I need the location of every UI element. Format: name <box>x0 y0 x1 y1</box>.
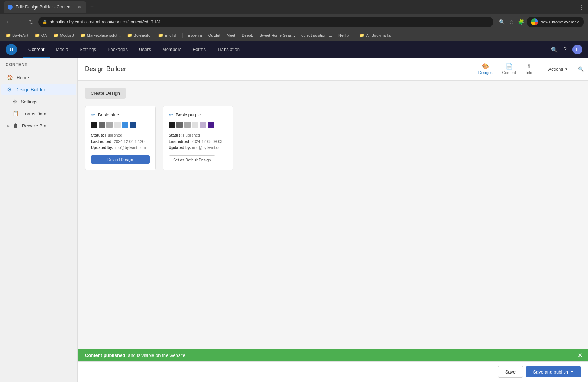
design-card-header: ✏ Basic blue <box>91 112 150 117</box>
actions-label: Actions <box>548 66 563 72</box>
sidebar-item-recycle-bin[interactable]: ▶ 🗑 Recycle Bin <box>1 120 76 131</box>
user-avatar[interactable]: E <box>572 45 582 54</box>
save-publish-label: Save and publish <box>533 369 568 375</box>
bookmark-modus8[interactable]: 📁 Modus8 <box>51 31 77 40</box>
nav-item-label: Translation <box>217 47 240 52</box>
design-name: Basic blue <box>98 112 119 117</box>
url-text: pb.builder.byteant.com/umbraco#/content/… <box>50 19 489 24</box>
recycle-bin-icon: 🗑 <box>13 123 18 128</box>
save-button[interactable]: Save <box>498 366 523 378</box>
sidebar-item-forms-data[interactable]: 📋 Forms Data <box>1 108 76 119</box>
nav-item-media[interactable]: Media <box>50 41 74 58</box>
sidebar: Content 🏠 Home ⚙ Design Builder ⚙ Settin… <box>0 58 78 382</box>
bookmark-all[interactable]: 📁 All Bookmarks <box>356 31 394 40</box>
folder-icon: 📁 <box>359 33 365 38</box>
bookmark-icon[interactable]: ☆ <box>509 19 514 25</box>
bookmark-object-position[interactable]: object-position -... <box>298 31 335 40</box>
browser-extend-button[interactable]: ⋮ <box>579 4 584 11</box>
bookmark-evgenia[interactable]: Evgenia <box>185 31 205 40</box>
forward-button[interactable]: → <box>16 19 24 25</box>
app-logo[interactable]: U <box>6 44 17 55</box>
bookmark-label: QA <box>41 33 47 37</box>
bookmark-netflix[interactable]: Netflix <box>336 31 352 40</box>
bookmark-quizlet[interactable]: Quizlet <box>205 31 223 40</box>
new-tab-button[interactable]: + <box>90 4 94 11</box>
tab-info[interactable]: ℹ Info <box>522 61 536 77</box>
extensions-icon[interactable]: 🧩 <box>518 19 524 25</box>
tab-designs[interactable]: 🎨 Designs <box>474 61 497 77</box>
sidebar-item-settings[interactable]: ⚙ Settings <box>1 96 76 107</box>
nav-item-members[interactable]: Members <box>157 41 187 58</box>
swatch-1 <box>91 122 97 128</box>
actions-button[interactable]: Actions ▼ <box>542 58 574 80</box>
content-search-button[interactable]: 🔍 <box>574 58 588 80</box>
notification-close-button[interactable]: ✕ <box>578 352 582 359</box>
swatch-5 <box>200 122 206 128</box>
bookmark-marketplace[interactable]: 📁 Marketplace solut... <box>77 31 123 40</box>
nav-item-packages[interactable]: Packages <box>102 41 133 58</box>
bookmark-sweethome[interactable]: Sweet Home Seas... <box>257 31 298 40</box>
browser-tab[interactable]: Edit: Design Builder - Conten… ✕ <box>4 1 86 13</box>
address-input[interactable]: 🔒 pb.builder.byteant.com/umbraco#/conten… <box>38 17 493 27</box>
sidebar-header: Content <box>0 58 77 71</box>
nav-item-label: Settings <box>80 47 96 52</box>
page-header-tabs: 🎨 Designs 📄 Content ℹ Info <box>468 58 542 80</box>
updated-by-label: Updated by: info@byteant.com <box>91 145 146 150</box>
notification-bar: Content published: and is visible on the… <box>78 349 588 361</box>
help-nav-icon[interactable]: ? <box>564 46 567 53</box>
folder-icon: 📁 <box>35 33 40 38</box>
lock-icon: 🔒 <box>42 20 47 24</box>
sidebar-item-design-builder[interactable]: ⚙ Design Builder <box>1 84 76 95</box>
bookmark-label: English <box>165 33 177 37</box>
bookmark-meet[interactable]: Meet <box>224 31 238 40</box>
bookmark-label: Meet <box>227 33 235 37</box>
folder-icon: 📁 <box>53 33 59 38</box>
tab-label: Designs <box>478 70 493 75</box>
last-edited-label: Last edited: 2024-12-04 17:20 <box>91 139 145 144</box>
bookmark-label: Marketplace solut... <box>87 33 121 37</box>
nav-item-users[interactable]: Users <box>133 41 157 58</box>
bottom-action-bar: Save Save and publish ▼ <box>78 361 588 382</box>
bookmark-separator <box>182 33 183 38</box>
search-nav-icon[interactable]: 🔍 <box>551 46 558 53</box>
design-card-header: ✏ Basic purple <box>169 112 227 117</box>
search-icon: 🔍 <box>578 66 584 72</box>
folder-icon: 📁 <box>127 33 132 38</box>
search-icon[interactable]: 🔍 <box>499 19 505 25</box>
swatch-2 <box>176 122 183 128</box>
tab-content[interactable]: 📄 Content <box>498 61 520 77</box>
bookmark-byteeditor[interactable]: 📁 ByteEditor <box>124 31 155 40</box>
bookmark-label: All Bookmarks <box>366 33 391 37</box>
nav-item-translation[interactable]: Translation <box>211 41 245 58</box>
tab-close-button[interactable]: ✕ <box>77 4 82 10</box>
bookmarks-bar: 📁 BayteAnt 📁 QA 📁 Modus8 📁 Marketplace s… <box>0 30 588 41</box>
design-info: Status: Published Last edited: 2024-12-0… <box>169 132 227 151</box>
swatch-6 <box>130 122 136 128</box>
set-default-design-button[interactable]: Set as Default Design <box>169 155 215 164</box>
tab-title: Edit: Design Builder - Conten… <box>16 5 75 10</box>
nav-item-settings[interactable]: Settings <box>74 41 102 58</box>
new-chrome-badge[interactable]: New Chrome available <box>527 17 584 27</box>
back-button[interactable]: ← <box>4 19 13 25</box>
bookmark-deepl[interactable]: DeepL <box>239 31 256 40</box>
save-and-publish-button[interactable]: Save and publish ▼ <box>526 366 581 377</box>
home-icon: 🏠 <box>7 75 13 80</box>
edit-icon: ✏ <box>91 112 95 117</box>
bookmark-english[interactable]: 📁 English <box>155 31 180 40</box>
nav-item-label: Media <box>56 47 68 52</box>
swatch-3 <box>184 122 191 128</box>
bookmark-bayteant[interactable]: 📁 BayteAnt <box>3 31 31 40</box>
bookmark-qa[interactable]: 📁 QA <box>32 31 50 40</box>
swatch-6 <box>208 122 214 128</box>
folder-icon: 📁 <box>158 33 163 38</box>
chevron-down-icon: ▼ <box>565 67 568 71</box>
last-edited-label: Last edited: 2024-12-05 09:03 <box>169 139 222 144</box>
reload-button[interactable]: ↻ <box>27 19 35 25</box>
create-design-button[interactable]: Create Design <box>85 88 126 99</box>
nav-item-forms[interactable]: Forms <box>187 41 211 58</box>
content-tab-icon: 📄 <box>506 63 513 70</box>
default-design-button[interactable]: Default Design <box>91 155 150 164</box>
nav-item-content[interactable]: Content <box>23 41 50 58</box>
designs-tab-icon: 🎨 <box>482 63 489 70</box>
sidebar-item-home[interactable]: 🏠 Home <box>1 72 76 83</box>
